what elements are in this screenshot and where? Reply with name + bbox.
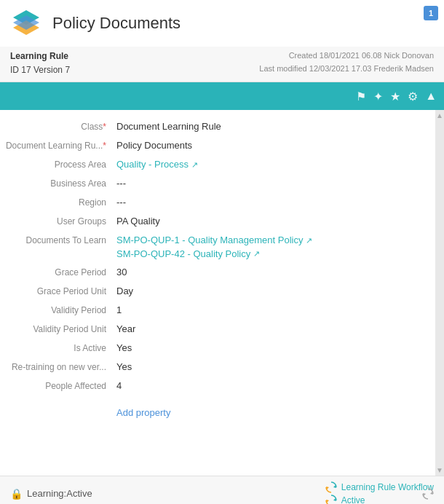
prop-label-businessarea: Business Area <box>0 176 116 190</box>
flag-icon[interactable]: ⚑ <box>356 90 366 103</box>
prop-value-peopleaffected: 4 <box>116 379 435 393</box>
prop-row-validityperiod: Validity Period 1 <box>0 301 435 320</box>
modified-info: Last modified 12/03/2021 17.03 Frederik … <box>259 63 434 76</box>
footer-left: 🔒 Learning:Active <box>10 488 92 500</box>
notification-badge: 1 <box>424 6 438 20</box>
prop-row-retraining: Re-training on new ver... Yes <box>0 358 435 377</box>
external-link-icon-2: ↗ <box>253 248 260 259</box>
prop-value-validityperiodunit: Year <box>116 322 435 336</box>
prop-row-usergroups: User Groups PA Quality <box>0 212 435 231</box>
prop-value-doclearning: Policy Documents <box>116 138 435 152</box>
prop-value-graceperiodunit: Day <box>116 284 435 298</box>
workflow-button[interactable]: Learning Rule Workflow <box>325 481 434 493</box>
scroll-area[interactable]: Class* Document Learning Rule Document L… <box>0 110 435 476</box>
prop-label-validityperiod: Validity Period <box>0 303 116 317</box>
prop-row-validityperiodunit: Validity Period Unit Year <box>0 320 435 339</box>
prop-row-docstolearn: Documents To Learn SM-PO-QUP-1 - Quality… <box>0 231 435 262</box>
app-logo <box>10 7 42 39</box>
external-link-icon-1: ↗ <box>306 235 312 246</box>
footer: 🔒 Learning:Active Learning Rule Workflow… <box>0 476 444 504</box>
toolbar: ⚑ ✦ ★ ⚙ ▲ <box>0 82 444 110</box>
prop-label-region: Region <box>0 195 116 209</box>
refresh-icon <box>422 488 434 500</box>
prop-value-businessarea: --- <box>116 176 435 190</box>
prop-label-validityperiodunit: Validity Period Unit <box>0 322 116 336</box>
rule-id: ID 17 Version 7 <box>10 63 70 77</box>
settings-icon[interactable]: ⚙ <box>408 90 418 103</box>
add-property-button[interactable]: Add property <box>116 401 170 421</box>
refresh-button[interactable] <box>422 488 434 502</box>
prop-row-businessarea: Business Area --- <box>0 174 435 193</box>
prop-label-retraining: Re-training on new ver... <box>0 360 116 374</box>
status-icon <box>325 495 337 504</box>
meta-bar: Learning Rule ID 17 Version 7 Created 18… <box>0 47 444 82</box>
scrollbar[interactable]: ▲ ▼ <box>435 110 444 476</box>
expand-icon[interactable]: ▲ <box>425 90 437 103</box>
prop-value-isactive: Yes <box>116 341 435 355</box>
prop-label-usergroups: User Groups <box>0 214 116 228</box>
footer-right: Learning Rule Workflow Active <box>325 481 434 504</box>
footer-status-label: Learning:Active <box>27 488 92 499</box>
status-label: Active <box>341 495 365 504</box>
prop-value-retraining: Yes <box>116 360 435 374</box>
prop-label-doclearning: Document Learning Ru...* <box>0 138 116 152</box>
prop-label-graceperiodunit: Grace Period Unit <box>0 284 116 298</box>
prop-value-docstolearn: SM-PO-QUP-1 - Quality Management Policy … <box>116 233 435 260</box>
external-link-icon: ↗ <box>191 160 198 170</box>
prop-row-class: Class* Document Learning Rule <box>0 117 435 136</box>
prop-label-graceperiod: Grace Period <box>0 265 116 279</box>
scroll-up-button[interactable]: ▲ <box>436 111 443 119</box>
app-header: Policy Documents 1 <box>0 0 444 47</box>
prop-value-region: --- <box>116 195 435 209</box>
prop-label-processarea: Process Area <box>0 157 116 171</box>
prop-row-graceperiodunit: Grace Period Unit Day <box>0 282 435 301</box>
prop-row-peopleaffected: People Affected 4 <box>0 377 435 395</box>
prop-row-doclearning: Document Learning Ru...* Policy Document… <box>0 136 435 155</box>
doc-link-1[interactable]: SM-PO-QUP-1 - Quality Management Policy … <box>116 234 435 247</box>
content-area: Class* Document Learning Rule Document L… <box>0 110 444 476</box>
meta-left: Learning Rule ID 17 Version 7 <box>10 50 70 77</box>
prop-value-graceperiod: 30 <box>116 265 435 279</box>
star-icon[interactable]: ★ <box>390 90 400 103</box>
process-area-link[interactable]: Quality - Process ↗ <box>116 158 198 171</box>
prop-row-graceperiod: Grace Period 30 <box>0 263 435 282</box>
rule-type-label: Learning Rule <box>10 50 70 63</box>
prop-value-processarea: Quality - Process ↗ <box>116 157 435 171</box>
prop-label-class: Class* <box>0 119 116 133</box>
prop-label-peopleaffected: People Affected <box>0 379 116 393</box>
pin-icon[interactable]: ✦ <box>373 90 383 103</box>
doc-link-2[interactable]: SM-PO-QUP-42 - Quality Policy ↗ <box>116 248 435 261</box>
lock-icon: 🔒 <box>10 488 23 500</box>
workflow-icon <box>325 481 337 493</box>
app-title: Policy Documents <box>52 14 181 33</box>
prop-row-processarea: Process Area Quality - Process ↗ <box>0 155 435 174</box>
prop-row-isactive: Is Active Yes <box>0 339 435 358</box>
meta-right: Created 18/01/2021 06.08 Nick Donovan La… <box>259 50 434 75</box>
add-property-row: Add property <box>0 395 435 424</box>
prop-value-validityperiod: 1 <box>116 303 435 317</box>
prop-value-usergroups: PA Quality <box>116 214 435 228</box>
workflow-label: Learning Rule Workflow <box>341 482 434 492</box>
prop-label-docstolearn: Documents To Learn <box>0 233 116 247</box>
created-info: Created 18/01/2021 06.08 Nick Donovan <box>259 50 434 63</box>
prop-row-region: Region --- <box>0 193 435 212</box>
status-button[interactable]: Active <box>325 495 434 504</box>
prop-label-isactive: Is Active <box>0 341 116 355</box>
prop-value-class: Document Learning Rule <box>116 119 435 133</box>
scroll-down-button[interactable]: ▼ <box>436 466 443 474</box>
